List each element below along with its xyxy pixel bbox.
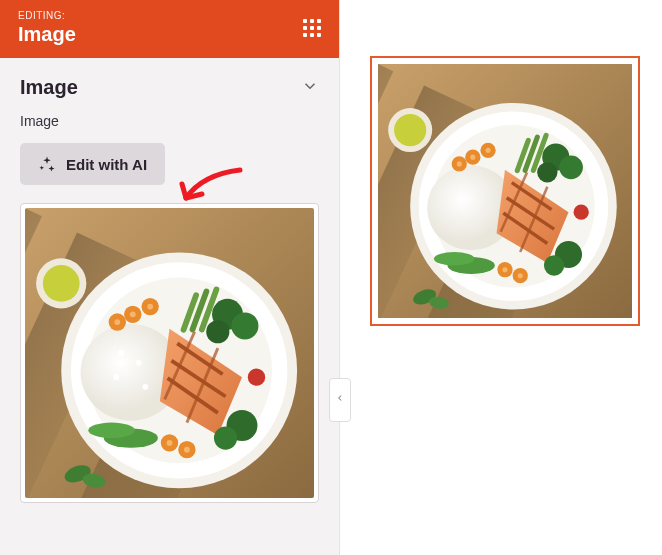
- svg-point-32: [114, 319, 120, 325]
- edit-with-ai-label: Edit with AI: [66, 156, 147, 173]
- svg-point-10: [118, 350, 124, 356]
- svg-point-66: [470, 155, 475, 160]
- food-plate-image: [378, 64, 632, 318]
- section-title: Image: [20, 76, 78, 99]
- svg-point-12: [113, 374, 119, 380]
- svg-point-20: [231, 312, 258, 339]
- image-section: Image Image Edit with AI: [0, 58, 339, 185]
- canvas-area[interactable]: [340, 0, 662, 555]
- svg-point-74: [518, 273, 523, 278]
- selected-image-block[interactable]: [370, 56, 640, 326]
- svg-point-77: [574, 205, 589, 220]
- svg-point-47: [394, 114, 426, 146]
- svg-point-28: [130, 311, 136, 317]
- editing-title: Image: [18, 23, 76, 46]
- svg-point-76: [434, 252, 475, 266]
- svg-point-59: [537, 162, 557, 182]
- svg-point-23: [214, 426, 237, 449]
- svg-point-70: [457, 161, 462, 166]
- app-grid-icon[interactable]: [303, 19, 321, 37]
- edit-with-ai-button[interactable]: Edit with AI: [20, 143, 165, 185]
- svg-point-21: [206, 320, 229, 343]
- svg-point-38: [88, 423, 134, 438]
- svg-point-68: [486, 148, 491, 153]
- svg-point-13: [142, 384, 148, 390]
- svg-point-5: [43, 265, 80, 302]
- editor-sidebar: EDITING: Image Image Image: [0, 0, 340, 555]
- svg-point-30: [147, 304, 153, 310]
- collapse-sidebar-handle[interactable]: [329, 378, 351, 422]
- image-preview-thumbnail[interactable]: [20, 203, 319, 503]
- chevron-left-icon: [335, 391, 345, 409]
- header-text-group: EDITING: Image: [18, 10, 76, 46]
- svg-point-34: [167, 440, 173, 446]
- svg-point-58: [559, 155, 583, 179]
- food-plate-image: [25, 208, 314, 498]
- section-toggle[interactable]: Image: [20, 76, 319, 113]
- svg-point-36: [184, 447, 190, 453]
- field-label: Image: [20, 113, 319, 129]
- svg-point-61: [544, 255, 564, 275]
- chevron-down-icon: [301, 77, 319, 99]
- sidebar-header: EDITING: Image: [0, 0, 339, 58]
- sparkle-icon: [38, 155, 56, 173]
- svg-point-39: [248, 368, 265, 385]
- editing-eyebrow: EDITING:: [18, 10, 76, 21]
- svg-point-72: [502, 267, 507, 272]
- svg-point-11: [136, 360, 142, 366]
